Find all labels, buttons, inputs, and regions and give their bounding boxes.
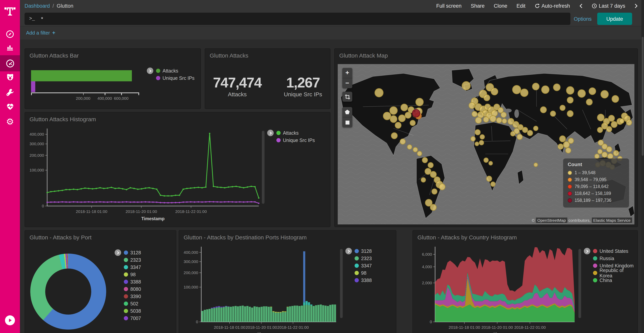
- breadcrumb-separator: /: [52, 3, 54, 9]
- legend-toggle-button[interactable]: [267, 130, 274, 136]
- time-back-button[interactable]: [579, 3, 583, 8]
- plus-icon: +: [52, 30, 55, 36]
- metric-unique-src-ips: 1,267 Unique Src IPs: [284, 75, 322, 97]
- legend-item[interactable]: 3388: [354, 277, 372, 284]
- legend-item[interactable]: 7007: [124, 314, 141, 322]
- breadcrumb-dashboard-link[interactable]: Dashboard: [24, 3, 50, 9]
- time-picker-button[interactable]: Last 7 days: [592, 3, 625, 9]
- map-crop-button[interactable]: [342, 92, 352, 102]
- legend-item[interactable]: 98: [124, 271, 141, 278]
- legend-label: 3128: [361, 248, 372, 254]
- legend-color-dot: [124, 258, 128, 262]
- legend-item[interactable]: 502: [124, 300, 141, 307]
- legend-item[interactable]: 5038: [124, 307, 141, 314]
- osm-link[interactable]: OpenStreetMap: [536, 217, 567, 223]
- sidebar-item-bear[interactable]: [0, 69, 20, 85]
- crop-icon: [344, 94, 350, 100]
- legend-item[interactable]: 98: [354, 269, 372, 277]
- edit-button[interactable]: Edit: [516, 3, 526, 9]
- time-forward-button[interactable]: [634, 3, 638, 8]
- legend-toggle-button[interactable]: [584, 248, 590, 254]
- svg-text:Timestamp: Timestamp: [141, 216, 164, 221]
- panel-attacks-metric: Glutton Attacks 747,474 Attacks 1,267 Un…: [205, 48, 330, 109]
- map-rectangle-button[interactable]: [342, 117, 352, 127]
- legend-item[interactable]: 3128: [124, 249, 141, 256]
- legend-toggle-button[interactable]: [114, 249, 121, 256]
- legend-item[interactable]: 2323: [124, 256, 141, 263]
- sidebar-expand-button[interactable]: [5, 315, 15, 325]
- bar-unique-src-ips[interactable]: [31, 81, 35, 92]
- sidebar: ⚙: [0, 0, 20, 333]
- sidebar-item-visualize[interactable]: [0, 40, 20, 56]
- legend-item[interactable]: 2323: [354, 255, 372, 262]
- legend-item[interactable]: 3347: [124, 263, 141, 271]
- svg-text:0: 0: [42, 204, 44, 208]
- svg-text:2018-11-22 01:00: 2018-11-22 01:00: [514, 325, 546, 329]
- attacks-histogram-chart[interactable]: 0100,000200,000300,000400,0002018-11-18 …: [26, 127, 261, 224]
- port-legend: 3128232333479833888080339050250387007: [114, 249, 141, 322]
- map-legend-label: 158,189 – 197,736: [574, 198, 612, 203]
- telekom-t-icon: [4, 5, 16, 17]
- legend-resize-handle[interactable]: [262, 131, 264, 204]
- world-map[interactable]: + − Count: [338, 64, 634, 224]
- port-donut-chart[interactable]: [30, 254, 106, 329]
- legend-color-dot: [156, 76, 160, 80]
- map-legend-item: 118,642 – 158,189: [568, 190, 624, 197]
- chevron-left-icon: [579, 3, 583, 8]
- legend-item[interactable]: 3347: [354, 262, 372, 269]
- sidebar-item-monitoring[interactable]: [0, 98, 20, 114]
- map-legend-dot: [568, 177, 572, 182]
- ems-link[interactable]: Elastic Maps Service: [592, 217, 632, 223]
- legend-item[interactable]: 3390: [124, 293, 141, 300]
- metric-label: Unique Src IPs: [284, 91, 322, 97]
- map-polygon-button[interactable]: [342, 107, 352, 117]
- metric-value: 747,474: [213, 75, 262, 91]
- attacks-bar-chart[interactable]: 200,000400,000600,000: [31, 60, 148, 106]
- share-button[interactable]: Share: [471, 3, 484, 9]
- country-histogram-chart[interactable]: 02,0004,0006,0002018-11-18 01:002018-11-…: [414, 245, 577, 333]
- legend-label: 98: [130, 272, 136, 277]
- scrollbar-track[interactable]: [641, 0, 644, 333]
- update-button[interactable]: Update: [597, 13, 632, 25]
- legend-color-dot: [124, 309, 128, 313]
- auto-refresh-button[interactable]: Auto-refresh: [534, 3, 570, 9]
- svg-text:400,000: 400,000: [184, 250, 198, 254]
- scrollbar-thumb[interactable]: [642, 37, 644, 156]
- legend-item[interactable]: Unique Src IPs: [276, 137, 315, 144]
- panel-title: Glutton Attacks Histogram: [25, 112, 330, 123]
- legend-color-dot: [593, 249, 597, 253]
- map-zoom-out-button[interactable]: −: [342, 78, 352, 88]
- legend-item[interactable]: United States: [593, 247, 638, 255]
- fullscreen-button[interactable]: Full screen: [436, 3, 462, 9]
- query-options-link[interactable]: Options: [571, 12, 594, 26]
- legend-item[interactable]: China: [593, 277, 638, 284]
- legend-item[interactable]: Unique Src IPs: [156, 74, 194, 82]
- legend-item[interactable]: 3128: [354, 247, 372, 255]
- bar-attacks[interactable]: [31, 70, 132, 81]
- legend-item[interactable]: Attacks: [276, 129, 315, 137]
- sidebar-item-management[interactable]: ⚙: [0, 114, 20, 130]
- legend-item[interactable]: Attacks: [156, 67, 194, 74]
- legend-item[interactable]: 3388: [124, 278, 141, 285]
- legend-toggle-button[interactable]: [147, 68, 153, 74]
- legend-color-dot: [124, 294, 128, 298]
- legend-item[interactable]: Republic of Korea: [593, 269, 638, 277]
- add-filter-button[interactable]: Add a filter+: [26, 30, 56, 36]
- legend-color-dot: [276, 138, 280, 142]
- legend-color-dot: [593, 278, 597, 282]
- svg-text:400,000: 400,000: [30, 132, 44, 136]
- legend-resize-handle[interactable]: [578, 249, 581, 318]
- chevron-right-icon: [585, 249, 589, 253]
- svg-text:300,000: 300,000: [30, 142, 44, 146]
- legend-toggle-button[interactable]: [346, 248, 352, 254]
- map-zoom-in-button[interactable]: +: [342, 68, 352, 78]
- map-legend-label: 1 – 39,548: [574, 170, 596, 175]
- clone-button[interactable]: Clone: [494, 3, 507, 9]
- ports-histogram-chart[interactable]: 0100,000200,000300,000400,0002018-11-18 …: [180, 245, 338, 333]
- legend-resize-handle[interactable]: [340, 249, 343, 318]
- legend-item[interactable]: 8080: [124, 285, 141, 293]
- telekom-logo[interactable]: [0, 3, 20, 19]
- panel-title: Glutton Attack Map: [335, 49, 638, 60]
- legend-item[interactable]: Russia: [593, 255, 638, 262]
- search-input[interactable]: >_ *: [24, 13, 570, 25]
